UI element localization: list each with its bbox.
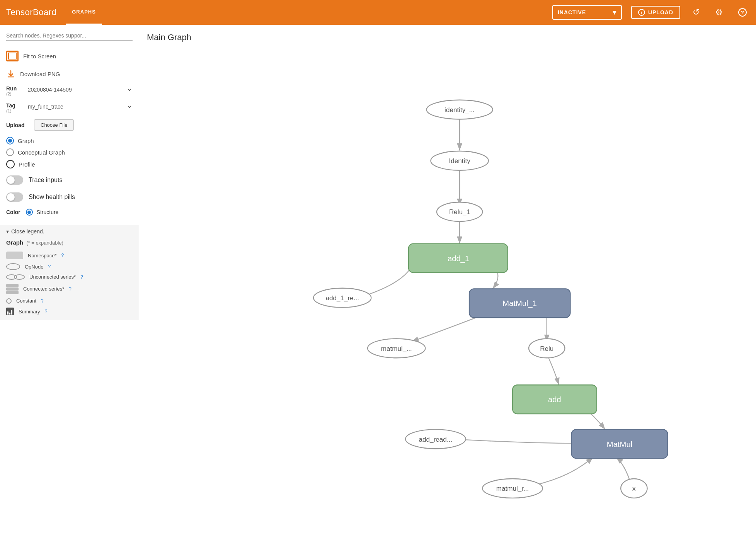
trace-inputs-row: Trace inputs [0,172,139,189]
show-health-pills-toggle[interactable] [6,192,23,202]
graph-title: Main Graph [147,32,748,43]
fit-to-screen-icon [6,51,19,61]
legend-graph-label: Graph [6,239,23,246]
radio-graph-circle [6,137,14,145]
sidebar: Fit to Screen Download PNG Run (2) 20200… [0,25,139,551]
node-add1-label: add_1 [448,254,469,263]
constant-help-icon[interactable]: ? [41,298,44,304]
node-matmul-label: MatMul [607,440,632,449]
unconnected-help-icon[interactable]: ? [80,274,83,280]
legend-toggle[interactable]: ▾ Close legend. [0,225,139,238]
settings-icon: ⚙ [715,7,723,17]
trace-inputs-toggle[interactable] [6,175,23,185]
show-health-pills-knob [7,193,15,201]
legend-item-opnode: OpNode ? [6,261,133,272]
tag-label: Tag [6,102,22,109]
help-button[interactable]: ? [735,7,750,18]
connected-help-icon[interactable]: ? [69,286,72,292]
app-title: TensorBoard [6,7,56,17]
tag-select[interactable]: my_func_trace [26,102,133,111]
legend-header-label: Close legend. [11,228,44,235]
legend-section: Graph (* = expandable) Namespace* ? OpNo… [0,238,139,320]
legend-connected-shape [6,284,19,294]
run-field: Run (2) 20200804-144509 [0,82,139,99]
search-input[interactable] [6,31,133,41]
graph-area: Main Graph [139,25,756,551]
legend-unconnected-label: Unconnected series* [29,274,76,280]
edge-addread-to-matmul [454,439,579,443]
radio-conceptual-circle [6,148,14,156]
app-header: TensorBoard GRAPHS INACTIVE ▾ i UPLOAD ↺… [0,0,756,25]
legend-constant-shape [6,298,12,304]
color-label: Color [6,209,20,215]
node-addread-label: add_read... [419,436,453,443]
download-png-label: Download PNG [20,71,60,77]
fit-to-screen-button[interactable]: Fit to Screen [0,47,139,65]
edge-relu-to-add [547,354,559,385]
namespace-help-icon[interactable]: ? [61,253,64,258]
run-label: Run [6,85,22,92]
main-nav: GRAPHS [66,0,102,25]
graph-canvas[interactable]: identity_... Identity Relu_1 add_1 add_1… [147,50,748,542]
radio-profile-circle [6,160,15,168]
legend-item-unconnected: Unconnected series* ? [6,272,133,282]
radio-conceptual-label: Conceptual Graph [18,149,65,156]
summary-help-icon[interactable]: ? [45,309,48,314]
chevron-down-icon: ▾ [613,8,616,17]
radio-graph[interactable]: Graph [6,137,133,145]
edge-add1re-to-add1 [360,258,414,297]
main-layout: Fit to Screen Download PNG Run (2) 20200… [0,25,756,551]
legend-opnode-shape [6,263,20,270]
edge-matmul1-to-matmuldots [412,317,478,342]
legend-item-namespace: Namespace* ? [6,250,133,261]
legend-unconnected-shape [6,274,25,280]
nav-graphs[interactable]: GRAPHS [66,0,102,25]
radio-graph-label: Graph [18,138,34,144]
settings-button[interactable]: ⚙ [712,6,726,19]
refresh-button[interactable]: ↺ [690,6,703,19]
legend-opnode-label: OpNode [25,264,43,270]
node-relu-label: Relu [540,345,553,352]
show-health-pills-row: Show health pills [0,189,139,206]
node-add1re-label: add_1_re... [325,294,359,302]
node-relu1-label: Relu_1 [449,208,470,216]
upload-label: Upload [6,122,29,128]
refresh-icon: ↺ [693,7,700,17]
download-png-button[interactable]: Download PNG [0,65,139,82]
legend-item-constant: Constant ? [6,296,133,306]
legend-summary-label: Summary [19,309,40,315]
legend-namespace-shape [6,252,23,259]
node-add-label: add [548,395,561,404]
color-row: Color Structure [0,206,139,219]
run-selector[interactable]: INACTIVE ▾ [552,5,622,20]
graph-svg[interactable]: identity_... Identity Relu_1 add_1 add_1… [147,50,748,542]
trace-inputs-knob [7,176,15,184]
legend-summary-shape [6,308,14,315]
info-icon: i [638,9,645,16]
radio-profile-label: Profile [19,161,35,168]
upload-button[interactable]: i UPLOAD [631,6,680,19]
download-icon [6,69,15,78]
run-select[interactable]: 20200804-144509 [26,85,133,94]
graph-type-radio-group: Graph Conceptual Graph Profile [0,134,139,172]
help-icon: ? [738,8,747,17]
choose-file-button[interactable]: Choose File [34,119,74,131]
radio-profile[interactable]: Profile [6,160,133,168]
tag-field: Tag (1) my_func_trace [0,99,139,116]
trace-inputs-label: Trace inputs [29,177,62,184]
radio-conceptual-graph[interactable]: Conceptual Graph [6,148,133,156]
node-identity-label: Identity [449,157,471,165]
sidebar-divider [0,222,139,222]
legend-connected-label: Connected series* [23,286,64,292]
node-identity-dots-label: identity_... [444,106,475,114]
chevron-down-icon: ▾ [6,228,9,235]
legend-constant-label: Constant [16,298,36,304]
node-matmulr-label: matmul_r... [496,485,529,492]
node-x-label: x [632,485,636,492]
opnode-help-icon[interactable]: ? [48,264,51,269]
color-structure-radio[interactable] [26,209,33,216]
legend-namespace-label: Namespace* [28,253,56,258]
fit-to-screen-label: Fit to Screen [23,53,56,60]
legend-item-connected: Connected series* ? [6,282,133,296]
run-count: (2) [6,92,22,96]
